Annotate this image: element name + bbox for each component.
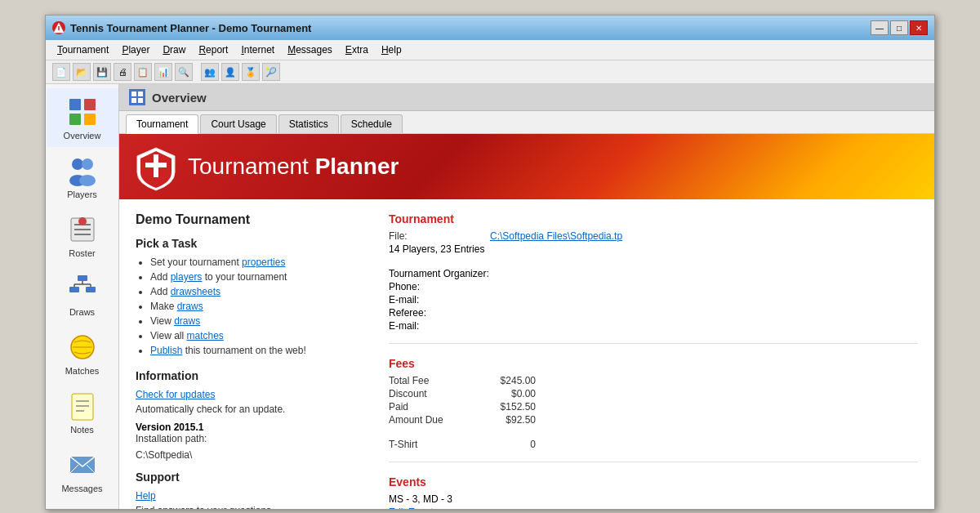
body-content: Demo Tournament Pick a Task Set your tou… xyxy=(119,199,934,509)
toolbar: 📄 📂 💾 🖨 📋 📊 🔍 👥 👤 🏅 🎾 xyxy=(46,60,934,84)
sidebar-item-matches[interactable]: Matches xyxy=(47,323,118,382)
sidebar-item-draws[interactable]: Draws xyxy=(47,265,118,323)
menu-internet[interactable]: Internet xyxy=(236,42,279,57)
referee-row: Referee: xyxy=(389,307,918,319)
fee-label-2: Paid xyxy=(389,401,479,413)
events-section: Events MS - 3, MD - 3 Edit Events... xyxy=(389,475,918,509)
tab-schedule[interactable]: Schedule xyxy=(341,114,403,133)
link-players[interactable]: players xyxy=(171,271,203,283)
tshirt-label: T-Shirt xyxy=(389,439,479,450)
file-link[interactable]: C:\Softpedia Files\Softpedia.tp xyxy=(490,230,622,242)
tab-court-usage[interactable]: Court Usage xyxy=(200,114,276,133)
svg-rect-32 xyxy=(138,91,143,96)
tshirt-row: T-Shirt 0 xyxy=(389,439,918,450)
right-column: Tournament File: C:\Softpedia Files\Soft… xyxy=(389,212,918,509)
menu-tournament[interactable]: Tournament xyxy=(52,42,114,57)
menu-help[interactable]: Help xyxy=(376,42,407,57)
toolbar-icon10[interactable]: 🏅 xyxy=(242,63,260,81)
sidebar-item-players[interactable]: Players xyxy=(47,147,118,206)
toolbar-icon11[interactable]: 🎾 xyxy=(262,63,280,81)
task-view-matches: View all matches xyxy=(150,330,364,341)
tab-bar: Tournament Court Usage Statistics Schedu… xyxy=(119,111,934,134)
banner-shield-icon xyxy=(136,146,176,187)
roster-icon xyxy=(65,212,100,247)
menu-messages[interactable]: Messages xyxy=(283,42,337,57)
toolbar-icon5[interactable]: 📋 xyxy=(134,63,152,81)
edit-events-link[interactable]: Edit Events... xyxy=(389,506,447,509)
help-link[interactable]: Help xyxy=(136,490,364,502)
notes-icon xyxy=(65,389,100,423)
toolbar-icon7[interactable]: 🔍 xyxy=(175,63,193,81)
toolbar-players[interactable]: 👥 xyxy=(201,63,219,81)
link-matches[interactable]: matches xyxy=(186,330,223,341)
menu-extra[interactable]: Extra xyxy=(341,42,373,57)
link-publish[interactable]: Publish xyxy=(150,345,182,356)
email-label: E-mail: xyxy=(389,294,419,306)
content-header-icon xyxy=(129,89,145,105)
svg-rect-33 xyxy=(131,98,136,103)
sidebar-label-players: Players xyxy=(67,190,97,199)
toolbar-open[interactable]: 📂 xyxy=(73,63,91,81)
check-updates-link[interactable]: Check for updates xyxy=(136,389,364,400)
fees-table: Total Fee $245.00 Discount $0.00 Paid $1… xyxy=(389,375,918,426)
sidebar-item-roster[interactable]: Roster xyxy=(47,206,118,265)
fees-section-title: Fees xyxy=(389,357,918,370)
pick-task-section: Pick a Task Set your tournament properti… xyxy=(136,237,364,356)
svg-rect-16 xyxy=(69,287,79,292)
link-drawsheets[interactable]: drawsheets xyxy=(171,286,220,297)
file-row: File: C:\Softpedia Files\Softpedia.tp xyxy=(389,230,918,242)
fee-row-3: Amount Due $92.50 xyxy=(389,414,918,426)
help-text: Find answers to your questions. xyxy=(136,505,364,509)
sidebar-label-roster: Roster xyxy=(69,248,95,258)
sidebar-label-draws: Draws xyxy=(69,307,95,317)
menu-bar: Tournament Player Draw Report Internet M… xyxy=(46,40,934,60)
app-icon xyxy=(52,21,65,34)
tournament-info-section: Tournament File: C:\Softpedia Files\Soft… xyxy=(389,212,918,344)
sidebar-item-overview[interactable]: Overview xyxy=(47,88,118,147)
tab-statistics[interactable]: Statistics xyxy=(278,114,339,133)
menu-draw[interactable]: Draw xyxy=(158,42,190,57)
toolbar-print[interactable]: 🖨 xyxy=(114,63,131,81)
maximize-button[interactable]: □ xyxy=(890,20,908,35)
pick-task-title: Pick a Task xyxy=(136,237,364,250)
svg-rect-5 xyxy=(84,114,96,125)
sidebar-label-messages: Messages xyxy=(61,484,102,493)
support-section: Support Help Find answers to your questi… xyxy=(136,471,364,509)
content-title: Overview xyxy=(152,91,207,105)
banner: Tournament Planner xyxy=(119,134,934,199)
banner-title-bold: Planner xyxy=(309,154,399,179)
task-make-draws: Make draws xyxy=(150,301,364,312)
toolbar-icon9[interactable]: 👤 xyxy=(221,63,239,81)
sidebar-label-notes: Notes xyxy=(70,425,94,435)
link-make-draws[interactable]: draws xyxy=(177,301,203,312)
overview-content: Tournament Planner Demo Tournament Pick … xyxy=(119,134,934,509)
toolbar-save[interactable]: 💾 xyxy=(93,63,111,81)
organizer-row: Tournament Organizer: xyxy=(389,268,918,279)
sidebar-item-messages[interactable]: Messages xyxy=(47,441,118,500)
sidebar-item-notes[interactable]: Notes xyxy=(47,382,118,441)
main-layout: Overview Players xyxy=(46,84,934,509)
tournament-section-title: Tournament xyxy=(389,212,918,225)
link-properties[interactable]: properties xyxy=(242,256,285,268)
window-controls: — □ ✕ xyxy=(871,20,928,35)
install-label: Installation path: xyxy=(136,433,364,444)
link-view-draws[interactable]: draws xyxy=(174,315,200,327)
svg-rect-4 xyxy=(69,114,81,125)
menu-player[interactable]: Player xyxy=(117,42,154,57)
toolbar-new[interactable]: 📄 xyxy=(52,63,70,81)
players-entries-row: 14 Players, 23 Entries xyxy=(389,243,918,255)
tab-tournament[interactable]: Tournament xyxy=(126,114,198,134)
minimize-button[interactable]: — xyxy=(871,20,889,35)
fee-value-0: $245.00 xyxy=(479,375,536,386)
svg-rect-24 xyxy=(72,394,93,420)
sidebar-label-overview: Overview xyxy=(64,131,101,141)
phone-row: Phone: xyxy=(389,281,918,292)
close-button[interactable]: ✕ xyxy=(910,20,928,35)
window-title: Tennis Tournament Planner - Demo Tournam… xyxy=(70,22,311,34)
update-text: Automatically check for an update. xyxy=(136,404,364,415)
toolbar-icon6[interactable]: 📊 xyxy=(154,63,172,81)
svg-rect-31 xyxy=(131,91,136,96)
fee-row-1: Discount $0.00 xyxy=(389,388,918,399)
menu-report[interactable]: Report xyxy=(194,42,233,57)
fee-label-1: Discount xyxy=(389,388,479,399)
